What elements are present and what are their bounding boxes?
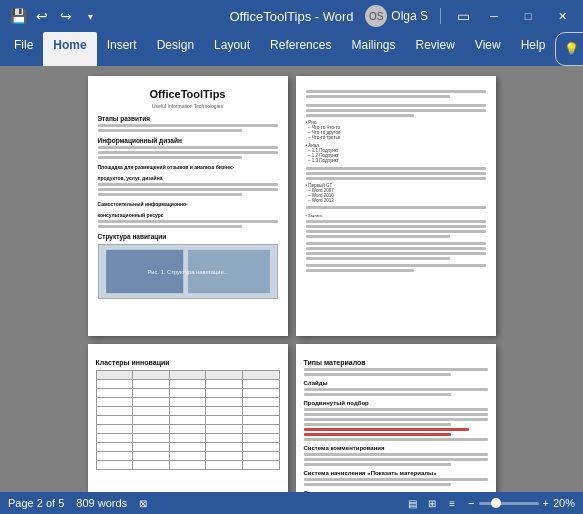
text-line — [98, 188, 278, 191]
zoom-slider[interactable]: − + 20% — [468, 497, 575, 509]
table-cell — [133, 434, 170, 442]
text-line — [306, 177, 486, 180]
table-cell — [170, 380, 207, 388]
text-line — [98, 151, 278, 154]
web-layout-icon[interactable]: ⊞ — [424, 495, 440, 511]
title-bar-right: OS Olga S ▭ ─ □ ✕ — [365, 5, 575, 27]
page3-table — [96, 370, 280, 470]
document-title: OfficeToolTips - Word — [229, 9, 353, 24]
tab-help[interactable]: Help — [511, 32, 556, 66]
status-bar: Page 2 of 5 809 words ⊠ ▤ ⊞ ≡ − + 20% — [0, 492, 583, 514]
table-header-cell — [133, 371, 170, 379]
table-cell — [243, 380, 279, 388]
redo-icon[interactable]: ↪ — [56, 6, 76, 26]
zoom-plus-button[interactable]: + — [543, 497, 549, 509]
text-line — [306, 252, 486, 255]
table-cell — [133, 380, 170, 388]
table-cell — [243, 461, 279, 469]
table-cell — [133, 398, 170, 406]
page-4: Типы материалов Слайды Продвинутый подбо… — [296, 344, 496, 492]
tab-mailings[interactable]: Mailings — [341, 32, 405, 66]
text-line — [304, 478, 488, 481]
zoom-thumb[interactable] — [491, 498, 501, 508]
text-line — [304, 408, 488, 411]
maximize-button[interactable]: □ — [515, 6, 541, 26]
table-cell — [170, 443, 207, 451]
zoom-track[interactable] — [479, 502, 539, 505]
page4-section2: Слайды — [304, 380, 488, 386]
table-cell — [97, 452, 134, 460]
table-cell — [206, 389, 243, 397]
save-icon[interactable]: 💾 — [8, 6, 28, 26]
status-right: ▤ ⊞ ≡ − + 20% — [404, 495, 575, 511]
table-cell — [206, 407, 243, 415]
svg-text:Рис. 1. Структура навигации...: Рис. 1. Структура навигации... — [147, 269, 228, 275]
table-cell — [170, 407, 207, 415]
undo-icon[interactable]: ↩ — [32, 6, 52, 26]
word-count: 809 words — [76, 497, 127, 509]
tab-review[interactable]: Review — [405, 32, 464, 66]
table-cell — [170, 434, 207, 442]
table-cell — [133, 452, 170, 460]
zoom-level: 20% — [553, 497, 575, 509]
quick-access-dropdown-icon[interactable]: ▾ — [80, 6, 100, 26]
page1-section2: Информационный дизайн — [98, 137, 278, 144]
tab-insert[interactable]: Insert — [97, 32, 147, 66]
text-line — [306, 95, 450, 98]
table-cell — [97, 389, 134, 397]
table-cell — [206, 398, 243, 406]
tab-home[interactable]: Home — [43, 32, 96, 66]
text-line — [98, 225, 242, 228]
table-cell — [97, 461, 134, 469]
text-line — [306, 225, 486, 228]
text-line — [98, 193, 242, 196]
table-cell — [170, 398, 207, 406]
user-name: Olga S — [391, 9, 428, 23]
table-cell — [243, 452, 279, 460]
page2-list4: • Заключ. — [306, 213, 486, 218]
tab-layout[interactable]: Layout — [204, 32, 260, 66]
page-bottom-row: Кластеры инновации — [88, 344, 496, 492]
ribbon-tabs: File Home Insert Design Layout Reference… — [0, 32, 583, 66]
table-cell — [170, 389, 207, 397]
text-line — [306, 90, 486, 93]
text-line — [306, 235, 450, 238]
table-cell — [243, 425, 279, 433]
table-cell — [206, 380, 243, 388]
minimize-button[interactable]: ─ — [481, 6, 507, 26]
page1-section4: Самостоятельный информационно- — [98, 201, 278, 207]
zoom-minus-button[interactable]: − — [468, 497, 474, 509]
page1-section3: Площадка для размещений отзывов и анализ… — [98, 164, 278, 170]
text-line — [304, 388, 488, 391]
page2-list3: • Первый GT – Word 2007 – Word 2010 – Wo… — [306, 183, 486, 203]
ribbon-display-icon[interactable]: ▭ — [453, 6, 473, 26]
view-icons: ▤ ⊞ ≡ — [404, 495, 460, 511]
page2-list: • Рис. – Что-то Что-то – Что-то другое –… — [306, 120, 486, 140]
tab-references[interactable]: References — [260, 32, 341, 66]
page4-section6: Средства реализации — [304, 490, 488, 492]
tab-design[interactable]: Design — [147, 32, 204, 66]
text-line — [98, 183, 278, 186]
text-line — [304, 453, 488, 456]
text-line — [304, 418, 488, 421]
user-area[interactable]: OS Olga S — [365, 5, 428, 27]
page4-section1: Типы материалов — [304, 359, 488, 366]
close-button[interactable]: ✕ — [549, 6, 575, 26]
page1-title: OfficeToolTips — [98, 88, 278, 100]
text-line — [304, 423, 451, 426]
table-cell — [133, 425, 170, 433]
tab-view[interactable]: View — [465, 32, 511, 66]
tell-me-input[interactable]: 💡 Tell me — [555, 32, 583, 66]
page-1: OfficeToolTips Useful Information Techno… — [88, 76, 288, 336]
table-cell — [206, 425, 243, 433]
table-cell — [97, 416, 134, 424]
text-line — [306, 104, 486, 107]
page3-title: Кластеры инновации — [96, 359, 280, 366]
text-line — [304, 463, 451, 466]
read-mode-icon[interactable]: ≡ — [444, 495, 460, 511]
tab-file[interactable]: File — [4, 32, 43, 66]
print-layout-icon[interactable]: ▤ — [404, 495, 420, 511]
title-separator — [440, 8, 441, 24]
table-cell — [133, 407, 170, 415]
page1-image: Рис. 1. Структура навигации... — [98, 244, 278, 299]
